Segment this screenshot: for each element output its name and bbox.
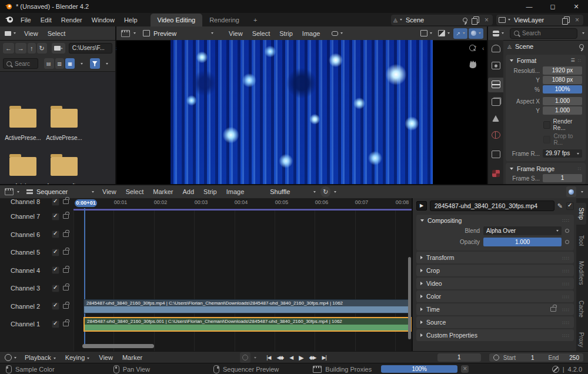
display-channels-dropdown[interactable] (418, 28, 435, 39)
display-mode-thumbnails-button[interactable]: ▦ (65, 58, 75, 69)
filter-settings-dropdown[interactable] (101, 58, 111, 69)
unlock-icon[interactable] (63, 268, 69, 273)
back-button[interactable]: ← (3, 43, 14, 54)
scene-properties-tab[interactable] (488, 107, 503, 123)
file-browser-menu-select[interactable]: Select (43, 30, 71, 37)
display-mode-vertical-list-button[interactable]: ▤ (44, 58, 54, 69)
video-strip-selected[interactable]: 2845487-uhd_3840_2160_30fps.001 | C:\Use… (83, 317, 412, 332)
preview-menu-view[interactable]: View (224, 30, 248, 37)
minimize-button[interactable]: — (517, 0, 541, 13)
tab-tool[interactable]: Tool (576, 231, 586, 251)
aspect-y-field[interactable]: 1.000 (543, 106, 582, 115)
play-reverse-button[interactable]: ◀ (286, 355, 296, 360)
render-tab[interactable] (488, 54, 503, 71)
folder-item[interactable]: ActivePrese... (44, 96, 85, 141)
scene-name[interactable]: Scene (406, 16, 459, 24)
blend-dropdown[interactable]: Alpha Over (483, 226, 562, 235)
panel-grip-icon[interactable]: :::: (562, 255, 570, 261)
menu-file[interactable]: File (16, 16, 36, 24)
zoom-gizmo-icon[interactable]: + (469, 44, 479, 52)
channel-visibility-checkbox[interactable] (52, 198, 59, 206)
pin-icon[interactable] (579, 44, 584, 49)
panel-grip-icon[interactable]: :::: (562, 307, 570, 312)
scene-link-dropdown[interactable] (329, 28, 345, 39)
workspace-tab-video-editing[interactable]: Video Editing (151, 14, 203, 26)
preview-menu-image[interactable]: Image (298, 30, 325, 37)
sequencer-menu-select[interactable]: Select (121, 188, 149, 195)
channel-visibility-checkbox[interactable] (52, 213, 59, 221)
jump-to-start-button[interactable]: |◀ (263, 355, 273, 360)
menu-help[interactable]: Help (119, 16, 142, 24)
resolution-x-field[interactable]: 1920 px (543, 66, 582, 75)
playhead-bubble[interactable]: 0:00+01 (75, 199, 97, 207)
preview-menu-select[interactable]: Select (248, 30, 275, 37)
tool-tab[interactable] (488, 40, 503, 54)
channel-visibility-checkbox[interactable] (52, 285, 59, 292)
video-strip[interactable]: 2845487-uhd_3840_2160_30fps.mp4 | C:\Use… (83, 299, 411, 313)
display-mode-horizontal-list-button[interactable]: ▥ (55, 58, 65, 69)
refresh-button[interactable]: ↻ (37, 43, 47, 54)
custom-properties-section[interactable]: Custom Properties:::: (416, 329, 574, 341)
horizontal-scrollbar[interactable] (82, 344, 154, 348)
chevron-down-icon[interactable] (254, 357, 256, 359)
keying-menu[interactable]: Keying (61, 354, 95, 361)
channel-visibility-checkbox[interactable] (52, 320, 59, 328)
tab-cache[interactable]: Cache (576, 296, 586, 322)
unlock-icon[interactable] (63, 304, 69, 309)
menu-render[interactable]: Render (56, 16, 87, 24)
animate-dot-icon[interactable] (565, 229, 569, 233)
format-panel-header[interactable]: Format ☰ :: (506, 55, 586, 66)
create-directory-button[interactable]: + (52, 43, 65, 54)
frame-start-field[interactable]: 1 (543, 174, 582, 182)
timeline-editor-type-button[interactable] (2, 352, 19, 363)
menu-window[interactable]: Window (87, 16, 119, 24)
tab-proxy[interactable]: Proxy (576, 328, 586, 352)
start-value[interactable]: 1 (531, 355, 534, 361)
copy-viewlayer-icon[interactable] (564, 16, 570, 23)
parent-directory-button[interactable]: ↑ (28, 43, 36, 54)
collapse-gizmo-arrow[interactable]: ‹ (482, 45, 484, 52)
panel-grip-icon[interactable]: :::: (562, 281, 570, 286)
sequencer-menu-marker[interactable]: Marker (148, 188, 178, 195)
play-button[interactable]: ▶ (296, 354, 306, 362)
crop-section[interactable]: Crop:::: (416, 265, 574, 276)
channel-visibility-checkbox[interactable] (52, 231, 59, 238)
add-workspace-button[interactable]: + (246, 14, 264, 26)
workspace-tab-rendering[interactable]: Rendering (202, 14, 246, 26)
display-settings-dropdown[interactable] (76, 58, 85, 69)
preview-view-type-dropdown[interactable]: Preview (139, 30, 217, 37)
panel-grip-icon[interactable]: :: (578, 58, 582, 63)
gizmos-toggle[interactable]: ↗ (453, 28, 467, 39)
file-search-input[interactable]: Searc (3, 58, 38, 69)
presets-icon[interactable]: ☰ (570, 58, 574, 63)
time-section[interactable]: Time:::: (416, 303, 574, 315)
scene-selector[interactable]: ◬ Scene × (391, 15, 493, 25)
channel-visibility-checkbox[interactable] (52, 249, 59, 256)
sequencer-view-type-dropdown[interactable]: Sequencer (23, 188, 98, 195)
file-browser-menu-view[interactable]: View (19, 30, 43, 37)
maximize-button[interactable]: ◻ (541, 0, 564, 13)
collection-tab[interactable] (488, 140, 503, 159)
unlock-icon[interactable] (63, 286, 69, 290)
filter-button[interactable] (90, 58, 100, 69)
path-field[interactable]: C:\Users\F... (69, 43, 112, 54)
remove-viewlayer-icon[interactable]: × (573, 16, 581, 24)
panel-grip-icon[interactable]: :: (578, 166, 582, 171)
compositing-panel-header[interactable]: Compositing :::: (416, 215, 574, 226)
chevron-down-icon[interactable] (581, 191, 583, 193)
vertical-scrollbar[interactable] (408, 257, 411, 339)
timeline-ruler[interactable]: 00:01 00:02 00:03 00:04 00:05 00:06 00:0… (74, 198, 412, 209)
panel-grip-icon[interactable]: :::: (562, 320, 570, 325)
cancel-job-icon[interactable]: × (461, 365, 469, 373)
color-section[interactable]: Color:::: (416, 290, 574, 302)
unlock-icon[interactable] (63, 232, 69, 237)
video-preview-frame[interactable] (171, 40, 433, 184)
timeline-area[interactable]: 00:01 00:02 00:03 00:04 00:05 00:06 00:0… (74, 198, 412, 352)
view-layer-tab[interactable] (488, 92, 503, 107)
rename-pen-icon[interactable]: ✎ (557, 202, 563, 210)
unlink-scene-icon[interactable]: × (483, 16, 490, 24)
sequencer-overlays-toggle[interactable] (566, 186, 576, 197)
output-tab-active[interactable] (488, 78, 503, 92)
previous-keyframe-button[interactable]: ◀◆ (273, 355, 286, 360)
panel-grip-icon[interactable]: :::: (562, 218, 570, 223)
